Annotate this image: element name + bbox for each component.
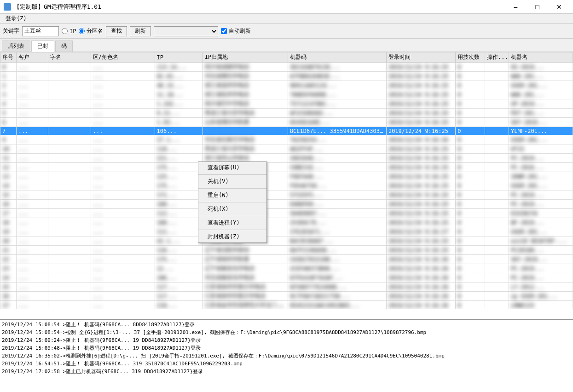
table-cell: 四川省巴中市电信 <box>203 99 288 109</box>
log-line: 2019/12/24 17:02:58->阻止已封机器码{9F68C... 31… <box>2 368 571 375</box>
table-row[interactable]: 14......175...江苏省南京市联通F9546750...2019/12… <box>0 181 573 190</box>
context-menu-separator <box>198 216 266 216</box>
server-dropdown[interactable] <box>154 26 218 36</box>
table-body: 0......113.14...四川省成都市电信3D21EAB79138...2… <box>0 63 573 309</box>
log-line: 2019/12/24 15:08:54->检测 全{6}进程[D:\3-... … <box>2 329 571 336</box>
context-menu-item-view-process[interactable]: 查看进程(Y) <box>198 217 266 229</box>
auto-refresh-checkbox[interactable] <box>221 28 227 34</box>
table-row[interactable]: 2......40.15...浙江省温州市电信9D911A65119...201… <box>0 81 573 90</box>
table-cell <box>48 109 91 118</box>
context-menu-separator <box>198 188 266 189</box>
search-button[interactable]: 查找 <box>106 26 127 36</box>
table-cell: 0 <box>456 218 485 227</box>
table-row[interactable]: 27......218...江苏省金华市浙师范大学北门...05452321A6… <box>0 301 573 309</box>
table-cell: ... <box>91 255 155 264</box>
table-row[interactable]: 15......171...广东省茂名市电信57CE5F5...2019/12/… <box>0 190 573 200</box>
table-cell: 0 <box>456 273 485 282</box>
table-scroll[interactable]: 序号 客户 字名 区/角色名 IP IP归属地 机器码 登录时间 用技次数 操作… <box>0 52 573 309</box>
table-cell <box>485 292 509 301</box>
radio-zone-label: 分区名 <box>87 27 103 35</box>
table-row[interactable]: 6......1.93...山东省潍坊市联通8545D1A9E...2019/1… <box>0 118 573 127</box>
table-cell: 0 <box>456 81 485 90</box>
log-line: 2019/12/24 16:35:02->检测到外挂[6]进程[D:\g-...… <box>2 352 571 360</box>
table-cell: ... <box>16 144 48 154</box>
table-row[interactable]: 0......113.14...四川省成都市电信3D21EAB79138...2… <box>0 63 573 72</box>
context-menu-item-shutdown-machine[interactable]: 封封机器(Z) <box>198 231 266 242</box>
table-row[interactable]: 11......221...浙江省舟山市移动26D1D48...2019/12/… <box>0 154 573 163</box>
table-cell: 2 <box>0 81 17 90</box>
table-row[interactable]: 10......110...黑龙江省大庆市电信AD2FF4F...2019/12… <box>0 144 573 154</box>
table-cell: 171... <box>155 190 203 200</box>
radio-ip[interactable] <box>62 28 68 34</box>
table-cell <box>485 209 509 218</box>
col-header-client: 客户 <box>16 52 48 63</box>
table-cell: 0 <box>456 118 485 127</box>
table-cell: ... <box>91 264 155 273</box>
table-row[interactable]: 24......106...河北省秦皇岛市电信87FE410F7A3AF...2… <box>0 273 573 282</box>
table-cell: USER-201... <box>509 135 573 144</box>
table-cell: 2019/12/24 9:16:25 <box>386 63 455 72</box>
table-cell: 黑龙江省大庆市电信 <box>203 144 288 154</box>
table-cell <box>485 246 509 255</box>
table-row[interactable]: 13......125...浙江省台州市电信F9EFA40...2019/12/… <box>0 172 573 181</box>
context-menu-item-restart[interactable]: 重启(W) <box>198 190 266 201</box>
menu-login[interactable]: 登录(Z) <box>2 14 30 23</box>
table-row[interactable]: 19......111...黑龙江省大庆市电信37E2E5A71...2019/… <box>0 227 573 236</box>
table-cell: ... <box>91 63 155 72</box>
table-row[interactable]: 12......175...浙江省杭州市电信CDBE31E...2019/12/… <box>0 163 573 172</box>
context-menu-item-view-screen[interactable]: 查看屏幕(U) <box>198 162 266 173</box>
tab-loggedin[interactable]: 已封 <box>31 40 54 52</box>
table-row[interactable]: 16......180...广东省东莞市移动E00DFD9...2019/12/… <box>0 200 573 209</box>
tab-shield[interactable]: 盾列表 <box>2 40 30 52</box>
col-header-ip: IP <box>155 52 203 63</box>
table-row[interactable]: 18......180...浙江省杭州市移动253E6C7E...2019/12… <box>0 218 573 227</box>
table-row[interactable]: 4......1.242...四川省巴中市电信75711C4706C...201… <box>0 99 573 109</box>
table-row[interactable]: 21......116...辽宁省沈阳市移动8A7F2196A5B...2019… <box>0 246 573 255</box>
table-cell: 24 <box>0 273 17 282</box>
table-cell: 111... <box>155 227 203 236</box>
table-cell <box>203 127 288 135</box>
window-title: 【定制版】GM远程管理程序1.01 <box>14 3 101 11</box>
table-row[interactable]: 1......82.81...河北省廊坊市电信A7FBD6269D3E...20… <box>0 72 573 81</box>
table-row[interactable]: 5......9.21...黑龙江省大庆市电信AF2C69E602...2019… <box>0 109 573 118</box>
table-row[interactable]: 25......117...江苏省徐州市新沂市电信6F58EF77E2496B.… <box>0 282 573 292</box>
radio-group-zone: 分区名 <box>79 27 103 35</box>
table-cell: 4 <box>0 99 17 109</box>
table-cell: ... <box>91 72 155 81</box>
table-cell: PC-2016... <box>509 163 573 172</box>
table-cell: 16 <box>0 200 17 209</box>
minimize-button[interactable]: – <box>505 0 526 14</box>
maximize-button[interactable]: □ <box>527 0 548 14</box>
tab-code[interactable]: 码 <box>55 40 73 52</box>
table-row[interactable]: 17......112...江苏省徐州市新沂市电信504D9097...2019… <box>0 209 573 218</box>
close-button[interactable]: ✕ <box>549 0 569 14</box>
table-cell: ... <box>91 81 155 90</box>
table-row[interactable]: 7......106...8CE1D67E... 3355941BDAD4303… <box>0 127 573 135</box>
table-cell: 12 <box>0 163 17 172</box>
table-row[interactable]: 23......12...辽宁省秦皇岛市电信2CEFA0CF3B98...201… <box>0 264 573 273</box>
table-row[interactable]: 3......11.10...浙江省杭州市电信700D5F0489E...201… <box>0 90 573 99</box>
table-cell <box>485 200 509 209</box>
table-row[interactable]: 20......42.1...广西柳州市电信B4C953DA87...2019/… <box>0 236 573 246</box>
table-cell: ... <box>16 209 48 218</box>
table-cell <box>485 118 509 127</box>
table-row[interactable]: 26......117...江苏省徐州市新沂市电信9C7F8A71B2CC75B… <box>0 292 573 301</box>
table-row[interactable]: 9......27.1...河北省石家庄市电信7A258254...2019/1… <box>0 135 573 144</box>
table-cell: 1.242... <box>155 99 203 109</box>
table-cell: 2019/12/24 9:16:26 <box>386 135 455 144</box>
radio-zone[interactable] <box>79 28 85 34</box>
table-cell: ... <box>16 135 48 144</box>
table-cell: ... <box>16 273 48 282</box>
auto-refresh-group: 自动刷新 <box>221 27 251 35</box>
table-cell: 25 <box>0 282 17 292</box>
keyword-input[interactable] <box>22 26 59 36</box>
table-cell: 106... <box>155 127 203 135</box>
col-header-machine: 机器码 <box>288 52 386 63</box>
table-cell: ... <box>16 81 48 90</box>
context-menu-item-kill[interactable]: 死机(X) <box>198 203 266 215</box>
refresh-button[interactable]: 刷新 <box>130 26 151 36</box>
col-header-time: 登录时间 <box>386 52 455 63</box>
context-menu-item-close[interactable]: 关机(V) <box>198 176 266 187</box>
table-row[interactable]: 22......175...辽宁省锦州市联通C83D27D321DB...201… <box>0 255 573 264</box>
table-cell: 0 <box>456 255 485 264</box>
